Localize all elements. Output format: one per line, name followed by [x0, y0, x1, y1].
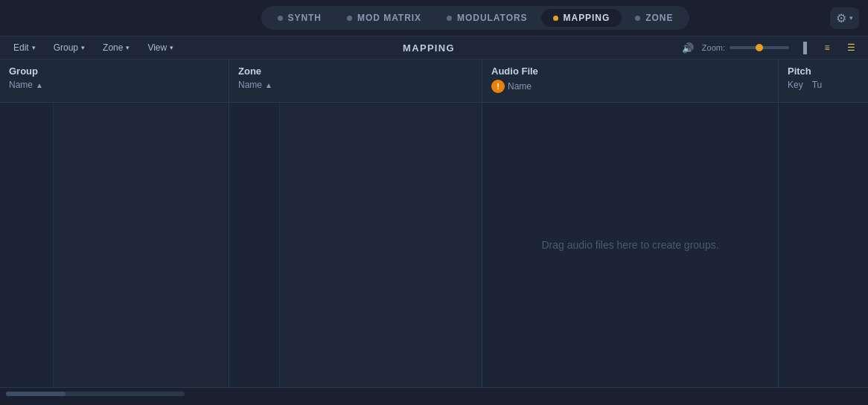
- tab-zone[interactable]: ZONE: [623, 9, 685, 27]
- group-label: Group: [54, 42, 78, 53]
- nav-tabs: SYNTH MOD MATRIX MODULATORS MAPPING ZONE: [261, 6, 690, 30]
- body-zone-left: [229, 103, 280, 387]
- audio-name-label: Name: [508, 81, 532, 92]
- tab-mapping[interactable]: MAPPING: [541, 9, 622, 27]
- tab-modulators-label: MODULATORS: [457, 13, 528, 23]
- col-audio-header: Audio File ! Name: [482, 60, 779, 102]
- edit-chevron-icon: ▾: [32, 44, 36, 51]
- group-header-bottom[interactable]: Name ▲: [0, 78, 229, 95]
- pitch-header-top: Pitch: [779, 60, 868, 78]
- col-group-header: Group Name ▲: [0, 60, 229, 102]
- pitch-extra-label: Tu: [812, 80, 823, 90]
- col-zone-header: Zone Name ▲: [229, 60, 482, 102]
- body-group-left: [0, 103, 54, 387]
- drag-hint-text: Drag audio files here to create groups.: [541, 239, 718, 251]
- gear-icon: ⚙: [836, 11, 846, 25]
- bottom-bar: [0, 387, 868, 399]
- tab-mod-matrix-label: MOD MATRIX: [357, 13, 421, 23]
- top-nav: SYNTH MOD MATRIX MODULATORS MAPPING ZONE…: [0, 0, 868, 36]
- view-chevron-icon: ▾: [170, 44, 173, 51]
- list-icon: ≡: [824, 42, 829, 53]
- edit-menu-button[interactable]: Edit ▾: [7, 40, 42, 55]
- tab-zone-label: ZONE: [645, 13, 673, 23]
- tab-mod-matrix-dot: [347, 16, 352, 21]
- audio-header-bottom[interactable]: ! Name: [482, 78, 778, 98]
- tab-synth-label: SYNTH: [288, 13, 322, 23]
- zoom-slider-thumb: [756, 44, 763, 51]
- zone-chevron-icon: ▾: [126, 44, 130, 51]
- tab-modulators[interactable]: MODULATORS: [435, 9, 540, 27]
- rows-icon-button[interactable]: ☰: [841, 39, 861, 56]
- body-zone-col: [229, 103, 482, 387]
- tab-modulators-dot: [447, 16, 452, 21]
- speaker-icon: 🔊: [682, 42, 694, 54]
- toolbar-title: MAPPING: [185, 42, 672, 54]
- zone-sort-icon: ▲: [265, 81, 272, 89]
- settings-button[interactable]: ⚙ ▾: [830, 7, 859, 29]
- view-menu-button[interactable]: View ▾: [141, 40, 179, 55]
- zone-header-top: Zone: [229, 60, 482, 78]
- group-chevron-icon: ▾: [81, 44, 85, 51]
- audio-header-top: Audio File: [482, 60, 778, 78]
- bar-chart-icon: ▐: [800, 42, 807, 54]
- table-body: Drag audio files here to create groups.: [0, 103, 868, 387]
- speaker-icon-button[interactable]: 🔊: [678, 39, 698, 56]
- list-icon-button[interactable]: ≡: [817, 39, 837, 56]
- table-header: Group Name ▲ Zone Name ▲ Audio File ! Na…: [0, 60, 868, 103]
- group-name-label: Name: [9, 80, 33, 90]
- zoom-label: Zoom:: [702, 43, 725, 52]
- zone-label: Zone: [103, 42, 123, 53]
- tab-synth[interactable]: SYNTH: [266, 9, 334, 27]
- view-label: View: [147, 42, 167, 53]
- toolbar: Edit ▾ Group ▾ Zone ▾ View ▾ MAPPING 🔊 Z…: [0, 36, 868, 60]
- zone-name-label: Name: [238, 80, 262, 90]
- edit-label: Edit: [13, 42, 29, 53]
- group-header-top: Group: [0, 60, 229, 78]
- tab-mod-matrix[interactable]: MOD MATRIX: [335, 9, 433, 27]
- main-content: Edit ▾ Group ▾ Zone ▾ View ▾ MAPPING 🔊 Z…: [0, 36, 868, 399]
- bar-chart-icon-button[interactable]: ▐: [794, 39, 813, 56]
- rows-icon: ☰: [847, 42, 855, 53]
- col-pitch-header: Pitch Key Tu: [779, 60, 868, 102]
- tab-synth-dot: [278, 16, 283, 21]
- body-group-col: [0, 103, 229, 387]
- tab-mapping-label: MAPPING: [564, 13, 610, 23]
- tab-zone-dot: [635, 16, 640, 21]
- pitch-key-label: Key: [788, 80, 803, 90]
- pitch-header-bottom: Key Tu: [779, 78, 868, 95]
- scrollbar-thumb[interactable]: [6, 392, 66, 396]
- toolbar-right: 🔊 Zoom: ▐ ≡ ☰: [678, 39, 861, 56]
- zone-header-bottom[interactable]: Name ▲: [229, 78, 482, 95]
- body-audio-col[interactable]: Drag audio files here to create groups.: [482, 103, 779, 387]
- body-group-right: [54, 103, 229, 387]
- horizontal-scrollbar[interactable]: [6, 392, 185, 396]
- group-menu-button[interactable]: Group ▾: [48, 40, 91, 55]
- warning-icon: !: [491, 80, 505, 93]
- zoom-slider[interactable]: [730, 46, 789, 49]
- body-zone-right: [280, 103, 482, 387]
- chevron-down-icon: ▾: [849, 14, 853, 22]
- zone-menu-button[interactable]: Zone ▾: [97, 40, 135, 55]
- tab-mapping-dot: [553, 16, 558, 21]
- group-sort-icon: ▲: [36, 81, 43, 89]
- body-pitch-col: [779, 103, 868, 387]
